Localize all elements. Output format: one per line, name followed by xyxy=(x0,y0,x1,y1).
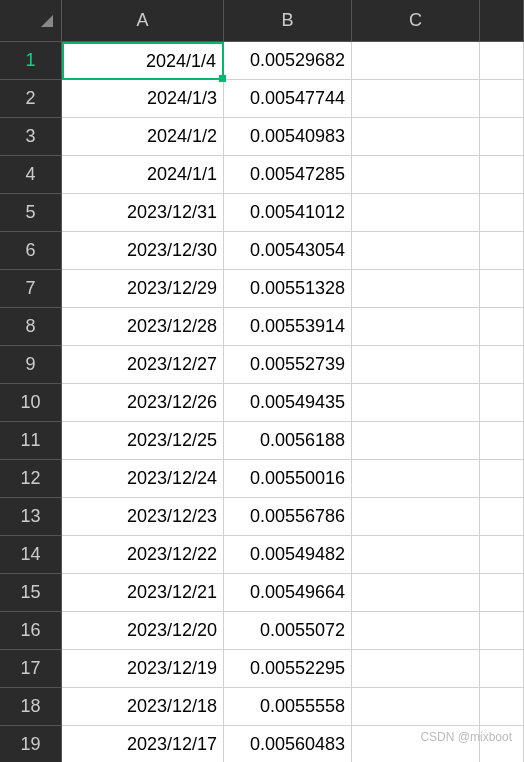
cell-C5[interactable] xyxy=(352,194,480,232)
cell-D10[interactable] xyxy=(480,384,524,422)
select-all-corner[interactable] xyxy=(0,0,62,42)
cell-B13[interactable]: 0.00556786 xyxy=(224,498,352,536)
cell-B7[interactable]: 0.00551328 xyxy=(224,270,352,308)
cell-C8[interactable] xyxy=(352,308,480,346)
cell-D15[interactable] xyxy=(480,574,524,612)
cell-A18[interactable]: 2023/12/18 xyxy=(62,688,224,726)
cell-A3[interactable]: 2024/1/2 xyxy=(62,118,224,156)
cell-B12[interactable]: 0.00550016 xyxy=(224,460,352,498)
cell-A15[interactable]: 2023/12/21 xyxy=(62,574,224,612)
cell-D7[interactable] xyxy=(480,270,524,308)
cell-A12[interactable]: 2023/12/24 xyxy=(62,460,224,498)
cell-C12[interactable] xyxy=(352,460,480,498)
row-header[interactable]: 11 xyxy=(0,422,62,460)
cell-C16[interactable] xyxy=(352,612,480,650)
cell-D6[interactable] xyxy=(480,232,524,270)
row-header[interactable]: 12 xyxy=(0,460,62,498)
cell-A19[interactable]: 2023/12/17 xyxy=(62,726,224,762)
cell-C11[interactable] xyxy=(352,422,480,460)
row-header[interactable]: 8 xyxy=(0,308,62,346)
cell-D12[interactable] xyxy=(480,460,524,498)
cell-A7[interactable]: 2023/12/29 xyxy=(62,270,224,308)
cell-A2[interactable]: 2024/1/3 xyxy=(62,80,224,118)
row-header[interactable]: 17 xyxy=(0,650,62,688)
cell-B16[interactable]: 0.0055072 xyxy=(224,612,352,650)
cell-A10[interactable]: 2023/12/26 xyxy=(62,384,224,422)
cell-C2[interactable] xyxy=(352,80,480,118)
row-header[interactable]: 14 xyxy=(0,536,62,574)
row-header[interactable]: 10 xyxy=(0,384,62,422)
row-header[interactable]: 4 xyxy=(0,156,62,194)
cell-B2[interactable]: 0.00547744 xyxy=(224,80,352,118)
cell-B8[interactable]: 0.00553914 xyxy=(224,308,352,346)
cell-C17[interactable] xyxy=(352,650,480,688)
cell-D4[interactable] xyxy=(480,156,524,194)
cell-C9[interactable] xyxy=(352,346,480,384)
cell-C14[interactable] xyxy=(352,536,480,574)
cell-D17[interactable] xyxy=(480,650,524,688)
cell-B1[interactable]: 0.00529682 xyxy=(224,42,352,80)
column-header-C[interactable]: C xyxy=(352,0,480,42)
row-header[interactable]: 6 xyxy=(0,232,62,270)
column-header-A[interactable]: A xyxy=(62,0,224,42)
cell-D16[interactable] xyxy=(480,612,524,650)
cell-A9[interactable]: 2023/12/27 xyxy=(62,346,224,384)
cell-B15[interactable]: 0.00549664 xyxy=(224,574,352,612)
cell-D8[interactable] xyxy=(480,308,524,346)
row-header[interactable]: 9 xyxy=(0,346,62,384)
cell-A13[interactable]: 2023/12/23 xyxy=(62,498,224,536)
row-header[interactable]: 2 xyxy=(0,80,62,118)
cell-D1[interactable] xyxy=(480,42,524,80)
row-header[interactable]: 16 xyxy=(0,612,62,650)
cell-D5[interactable] xyxy=(480,194,524,232)
cell-A17[interactable]: 2023/12/19 xyxy=(62,650,224,688)
cell-A14[interactable]: 2023/12/22 xyxy=(62,536,224,574)
cell-C10[interactable] xyxy=(352,384,480,422)
cell-B3[interactable]: 0.00540983 xyxy=(224,118,352,156)
cell-A5[interactable]: 2023/12/31 xyxy=(62,194,224,232)
cell-D13[interactable] xyxy=(480,498,524,536)
cell-D14[interactable] xyxy=(480,536,524,574)
cell-A4[interactable]: 2024/1/1 xyxy=(62,156,224,194)
row-header[interactable]: 19 xyxy=(0,726,62,762)
cell-D18[interactable] xyxy=(480,688,524,726)
row-header[interactable]: 18 xyxy=(0,688,62,726)
row-header[interactable]: 3 xyxy=(0,118,62,156)
cell-B11[interactable]: 0.0056188 xyxy=(224,422,352,460)
row-header[interactable]: 13 xyxy=(0,498,62,536)
cell-B5[interactable]: 0.00541012 xyxy=(224,194,352,232)
cell-B14[interactable]: 0.00549482 xyxy=(224,536,352,574)
spreadsheet-grid[interactable]: ABC12024/1/40.0052968222024/1/30.0054774… xyxy=(0,0,524,762)
cell-B4[interactable]: 0.00547285 xyxy=(224,156,352,194)
row-header[interactable]: 7 xyxy=(0,270,62,308)
cell-B10[interactable]: 0.00549435 xyxy=(224,384,352,422)
cell-C15[interactable] xyxy=(352,574,480,612)
cell-B17[interactable]: 0.00552295 xyxy=(224,650,352,688)
cell-C6[interactable] xyxy=(352,232,480,270)
cell-C1[interactable] xyxy=(352,42,480,80)
column-header-B[interactable]: B xyxy=(224,0,352,42)
cell-D9[interactable] xyxy=(480,346,524,384)
cell-D3[interactable] xyxy=(480,118,524,156)
watermark-text: CSDN @mixboot xyxy=(420,730,512,744)
cell-B6[interactable]: 0.00543054 xyxy=(224,232,352,270)
cell-C4[interactable] xyxy=(352,156,480,194)
cell-A16[interactable]: 2023/12/20 xyxy=(62,612,224,650)
cell-B9[interactable]: 0.00552739 xyxy=(224,346,352,384)
row-header[interactable]: 5 xyxy=(0,194,62,232)
cell-D2[interactable] xyxy=(480,80,524,118)
cell-C7[interactable] xyxy=(352,270,480,308)
row-header[interactable]: 1 xyxy=(0,42,62,80)
cell-C3[interactable] xyxy=(352,118,480,156)
row-header[interactable]: 15 xyxy=(0,574,62,612)
cell-B19[interactable]: 0.00560483 xyxy=(224,726,352,762)
cell-B18[interactable]: 0.0055558 xyxy=(224,688,352,726)
cell-A8[interactable]: 2023/12/28 xyxy=(62,308,224,346)
cell-A1[interactable]: 2024/1/4 xyxy=(62,42,224,80)
cell-C18[interactable] xyxy=(352,688,480,726)
cell-A11[interactable]: 2023/12/25 xyxy=(62,422,224,460)
column-header-extra[interactable] xyxy=(480,0,524,42)
cell-C13[interactable] xyxy=(352,498,480,536)
cell-D11[interactable] xyxy=(480,422,524,460)
cell-A6[interactable]: 2023/12/30 xyxy=(62,232,224,270)
